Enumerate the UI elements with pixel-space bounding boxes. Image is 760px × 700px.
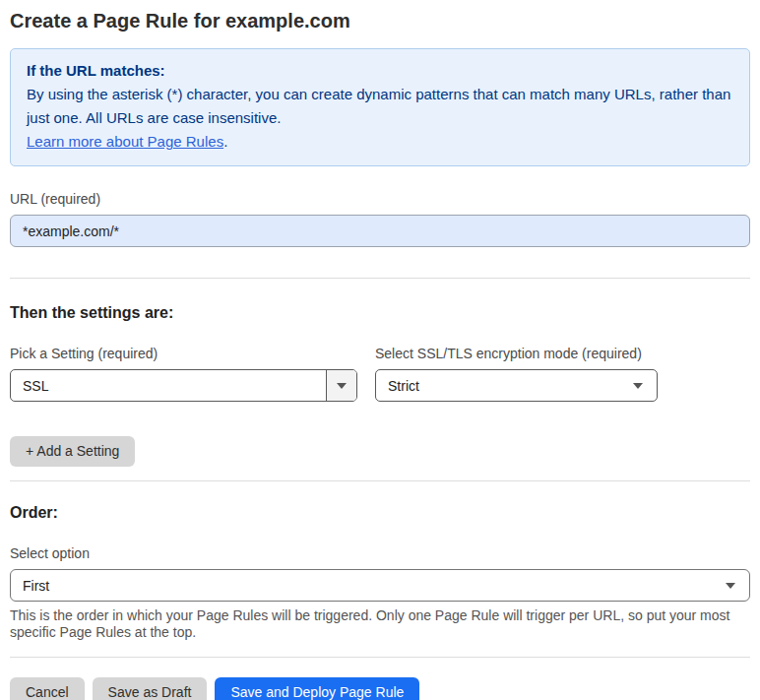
info-box-heading: If the URL matches:: [27, 59, 733, 83]
footer-actions: Cancel Save as Draft Save and Deploy Pag…: [10, 677, 750, 700]
url-match-info-box: If the URL matches: By using the asteris…: [10, 48, 750, 166]
mode-picker-column: Select SSL/TLS encryption mode (required…: [375, 346, 658, 402]
divider-settings-order: [10, 480, 750, 481]
add-setting-button[interactable]: + Add a Setting: [10, 436, 135, 467]
order-select-arrow: [726, 583, 749, 589]
setting-picker-label: Pick a Setting (required): [10, 346, 357, 361]
mode-picker-value: Strict: [376, 378, 633, 394]
info-box-link-line: Learn more about Page Rules.: [27, 130, 733, 154]
cancel-button[interactable]: Cancel: [10, 677, 85, 700]
order-select-label: Select option: [10, 545, 750, 561]
order-help-text: This is the order in which your Page Rul…: [10, 607, 738, 641]
url-field-label: URL (required): [10, 191, 750, 207]
order-select[interactable]: First: [10, 569, 750, 602]
url-input[interactable]: [10, 215, 750, 247]
save-deploy-button[interactable]: Save and Deploy Page Rule: [215, 677, 419, 700]
settings-pickers-row: Pick a Setting (required) SSL Select SSL…: [10, 346, 750, 402]
setting-picker-value: SSL: [11, 378, 326, 394]
setting-picker-arrow-button[interactable]: [326, 370, 356, 401]
setting-picker-column: Pick a Setting (required) SSL: [10, 346, 357, 402]
divider-footer: [10, 657, 750, 658]
order-section-heading: Order:: [10, 504, 750, 522]
caret-down-icon: [337, 383, 347, 389]
mode-picker-select[interactable]: Strict: [375, 369, 658, 402]
order-select-value: First: [11, 578, 726, 594]
page-title: Create a Page Rule for example.com: [10, 8, 750, 33]
learn-more-link[interactable]: Learn more about Page Rules: [27, 133, 223, 150]
divider-url-settings: [10, 278, 750, 279]
caret-down-icon: [726, 583, 735, 589]
settings-section-heading: Then the settings are:: [10, 304, 750, 322]
setting-picker-select[interactable]: SSL: [10, 369, 357, 402]
link-period: .: [223, 133, 227, 150]
caret-down-icon: [633, 383, 643, 389]
info-box-body: By using the asterisk (*) character, you…: [27, 83, 733, 130]
mode-picker-label: Select SSL/TLS encryption mode (required…: [375, 346, 658, 361]
save-draft-button[interactable]: Save as Draft: [93, 677, 208, 700]
mode-picker-arrow: [633, 383, 657, 389]
page-rule-form: Create a Page Rule for example.com If th…: [0, 0, 760, 700]
